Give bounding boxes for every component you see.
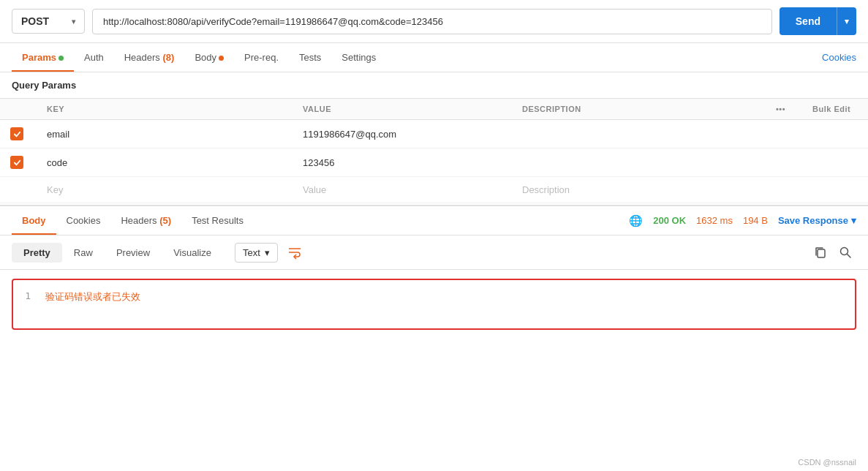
text-format-chevron: ▾ xyxy=(265,247,270,258)
svg-line-3 xyxy=(848,255,851,258)
row3-value-placeholder[interactable]: Value xyxy=(293,177,512,203)
view-tab-visualize[interactable]: Visualize xyxy=(162,243,223,263)
col-description: DESCRIPTION xyxy=(512,99,766,120)
tab-tests[interactable]: Tests xyxy=(289,43,331,72)
row1-more xyxy=(766,120,802,148)
response-meta: 🌐 200 OK 1632 ms 194 B Save Response ▾ xyxy=(629,214,856,227)
body-dot xyxy=(219,56,224,61)
response-headers-badge: (5) xyxy=(159,215,171,226)
tab-prereq[interactable]: Pre-req. xyxy=(234,43,289,72)
tab-auth[interactable]: Auth xyxy=(74,43,114,72)
search-button[interactable] xyxy=(834,241,856,263)
view-tab-raw[interactable]: Raw xyxy=(62,243,105,263)
tab-settings[interactable]: Settings xyxy=(331,43,386,72)
response-size: 194 B xyxy=(743,215,768,226)
copy-button[interactable] xyxy=(809,241,831,263)
row3-more xyxy=(766,177,802,203)
response-time: 1632 ms xyxy=(696,215,733,226)
view-tab-pretty[interactable]: Pretty xyxy=(12,243,62,263)
table-row: email 1191986647@qq.com xyxy=(0,120,868,148)
row2-more xyxy=(766,148,802,177)
row3-check xyxy=(0,177,37,203)
tab-test-results[interactable]: Test Results xyxy=(181,206,254,235)
line-number: 1 xyxy=(13,290,42,318)
text-format-select[interactable]: Text ▾ xyxy=(235,243,278,263)
params-dot xyxy=(59,56,64,61)
checkbox-email[interactable] xyxy=(10,127,23,140)
svg-rect-1 xyxy=(818,249,825,257)
response-content: 验证码错误或者已失效 xyxy=(42,290,140,318)
col-value: VALUE xyxy=(293,99,512,120)
headers-badge: (8) xyxy=(163,52,175,63)
tab-body[interactable]: Body xyxy=(184,43,234,72)
row3-bulk xyxy=(802,177,868,203)
globe-icon: 🌐 xyxy=(629,214,643,227)
col-more: ••• xyxy=(766,99,802,120)
request-tabs-bar: Params Auth Headers (8) Body Pre-req. Te… xyxy=(0,43,868,72)
send-arrow: ▾ xyxy=(837,10,856,33)
row2-check[interactable] xyxy=(0,148,37,177)
row1-check[interactable] xyxy=(0,120,37,148)
footer: CSDN @nssnail xyxy=(798,458,856,467)
save-response-button[interactable]: Save Response ▾ xyxy=(778,215,856,226)
row1-value[interactable]: 1191986647@qq.com xyxy=(293,120,512,148)
response-tabs-bar: Body Cookies Headers (5) Test Results 🌐 … xyxy=(0,205,868,236)
row3-desc-placeholder[interactable]: Description xyxy=(512,177,766,203)
query-params-header: Query Params xyxy=(0,72,868,99)
method-chevron: ▾ xyxy=(72,18,75,26)
row2-value[interactable]: 123456 xyxy=(293,148,512,177)
send-button[interactable]: Send ▾ xyxy=(780,7,856,35)
col-check xyxy=(0,99,37,120)
row1-desc xyxy=(512,120,766,148)
method-label: POST xyxy=(21,15,49,27)
top-bar: POST ▾ Send ▾ xyxy=(0,0,868,43)
checkbox-code[interactable] xyxy=(10,156,23,169)
row2-desc xyxy=(512,148,766,177)
text-format-label: Text xyxy=(243,247,260,258)
row1-bulk xyxy=(802,120,868,148)
row2-key[interactable]: code xyxy=(37,148,293,177)
tab-response-cookies[interactable]: Cookies xyxy=(56,206,111,235)
method-select[interactable]: POST ▾ xyxy=(12,9,85,34)
send-label: Send xyxy=(780,9,837,34)
viewer-toolbar: Pretty Raw Preview Visualize Text ▾ xyxy=(0,236,868,270)
col-key: KEY xyxy=(37,99,293,120)
params-table: KEY VALUE DESCRIPTION ••• Bulk Edit emai… xyxy=(0,99,868,203)
row3-key-placeholder[interactable]: Key xyxy=(37,177,293,203)
response-status: 200 OK xyxy=(653,215,686,226)
row1-key[interactable]: email xyxy=(37,120,293,148)
tab-response-headers[interactable]: Headers (5) xyxy=(110,206,181,235)
tab-response-body[interactable]: Body xyxy=(12,206,56,235)
tab-params[interactable]: Params xyxy=(12,43,74,72)
save-response-chevron: ▾ xyxy=(851,215,856,226)
cookies-link[interactable]: Cookies xyxy=(822,52,856,63)
view-tab-preview[interactable]: Preview xyxy=(105,243,162,263)
col-bulk-edit[interactable]: Bulk Edit xyxy=(802,99,868,120)
table-row: code 123456 xyxy=(0,148,868,177)
row2-bulk xyxy=(802,148,868,177)
url-input[interactable] xyxy=(92,9,772,34)
tab-headers[interactable]: Headers (8) xyxy=(114,43,185,72)
wrap-button[interactable] xyxy=(284,241,306,263)
table-row: Key Value Description xyxy=(0,177,868,203)
response-code-area: 1 验证码错误或者已失效 xyxy=(12,279,856,330)
